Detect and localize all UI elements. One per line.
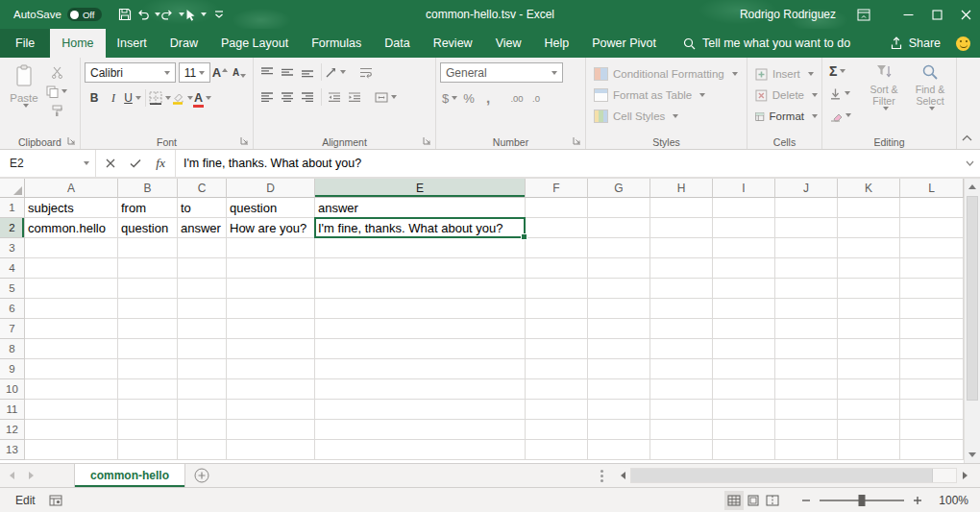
cell-A10[interactable]	[25, 379, 118, 400]
format-cells-button[interactable]: Format	[751, 106, 818, 127]
cell-D13[interactable]	[227, 440, 315, 460]
orientation-button[interactable]	[325, 62, 346, 82]
cell-I7[interactable]	[713, 319, 775, 339]
cell-H9[interactable]	[650, 359, 713, 379]
zoom-out-button[interactable]	[801, 496, 811, 505]
column-header-B[interactable]: B	[118, 179, 178, 198]
cell-F5[interactable]	[526, 279, 588, 299]
cell-K8[interactable]	[838, 339, 900, 359]
accounting-dropdown-icon[interactable]	[452, 96, 457, 100]
cell-H7[interactable]	[650, 319, 713, 339]
cell-A1[interactable]: subjects	[25, 198, 118, 218]
enter-entry-button[interactable]	[123, 150, 148, 177]
cell-K4[interactable]	[838, 258, 900, 279]
row-header-10[interactable]: 10	[0, 379, 25, 400]
format-painter-button[interactable]	[46, 103, 67, 118]
font-color-dropdown-icon[interactable]	[206, 96, 211, 100]
insert-function-button[interactable]: fx	[148, 150, 173, 177]
cell-F12[interactable]	[526, 420, 588, 440]
autosum-dropdown-icon[interactable]	[840, 69, 845, 73]
cell-G3[interactable]	[588, 238, 650, 258]
top-align-button[interactable]	[257, 62, 277, 82]
clear-dropdown-icon[interactable]	[845, 113, 851, 117]
vertical-scrollbar-thumb[interactable]	[967, 196, 978, 401]
conditional-formatting-dropdown-icon[interactable]	[732, 72, 738, 76]
cell-C5[interactable]	[178, 279, 227, 299]
cell-D7[interactable]	[227, 319, 315, 339]
cell-E9[interactable]	[315, 359, 526, 379]
cell-styles-button[interactable]: Cell Styles	[590, 106, 743, 127]
cell-B11[interactable]	[118, 400, 178, 420]
format-dropdown-icon[interactable]	[812, 114, 818, 118]
undo-button[interactable]	[136, 2, 160, 27]
cell-A8[interactable]	[25, 339, 118, 359]
increase-font-size-button[interactable]: A	[210, 63, 230, 83]
tab-page-layout[interactable]: Page Layout	[209, 29, 300, 58]
cell-A9[interactable]	[25, 359, 118, 379]
zoom-slider[interactable]	[820, 500, 904, 501]
cell-D11[interactable]	[227, 400, 315, 420]
cell-F4[interactable]	[526, 258, 588, 279]
cell-B1[interactable]: from	[118, 198, 178, 218]
cell-J4[interactable]	[775, 258, 838, 279]
cell-G13[interactable]	[588, 440, 650, 460]
find-select-dropdown-icon[interactable]	[929, 107, 935, 110]
cell-J13[interactable]	[775, 440, 838, 460]
cell-F10[interactable]	[526, 379, 588, 400]
touch-mouse-mode-button[interactable]	[184, 2, 208, 27]
cell-L2[interactable]	[900, 218, 964, 238]
cell-H8[interactable]	[650, 339, 713, 359]
cell-E10[interactable]	[315, 379, 526, 400]
sort-filter-button[interactable]: Sort & Filter	[862, 61, 906, 134]
cell-L8[interactable]	[900, 339, 964, 359]
cell-C4[interactable]	[178, 258, 227, 279]
cell-L4[interactable]	[900, 258, 964, 279]
align-center-button[interactable]	[278, 87, 297, 107]
select-all-button[interactable]	[0, 179, 25, 198]
maximize-button[interactable]	[922, 0, 951, 29]
cell-C7[interactable]	[178, 319, 227, 339]
column-header-C[interactable]: C	[178, 179, 227, 198]
cell-K5[interactable]	[838, 279, 900, 299]
row-header-1[interactable]: 1	[0, 198, 25, 218]
cell-B2[interactable]: question	[118, 218, 178, 238]
cell-C1[interactable]: to	[178, 198, 227, 218]
format-as-table-dropdown-icon[interactable]	[699, 93, 705, 97]
autosum-button[interactable]: Σ	[826, 61, 862, 81]
tab-insert[interactable]: Insert	[106, 29, 159, 58]
cell-E7[interactable]	[315, 319, 526, 339]
row-header-13[interactable]: 13	[0, 440, 25, 460]
cell-H2[interactable]	[650, 218, 713, 238]
cell-E1[interactable]: answer	[315, 198, 526, 218]
cell-G1[interactable]	[588, 198, 650, 218]
cell-L12[interactable]	[900, 420, 964, 440]
tab-draw[interactable]: Draw	[159, 29, 209, 58]
cell-C8[interactable]	[178, 339, 227, 359]
cell-A4[interactable]	[25, 258, 118, 279]
wrap-text-button[interactable]	[356, 62, 376, 82]
italic-button[interactable]: I	[104, 88, 123, 108]
cell-G12[interactable]	[588, 420, 650, 440]
customize-quick-access-button[interactable]	[208, 2, 231, 27]
cell-L3[interactable]	[900, 238, 964, 258]
cell-E6[interactable]	[315, 299, 526, 319]
cell-J12[interactable]	[775, 420, 838, 440]
row-header-2[interactable]: 2	[0, 218, 25, 238]
font-size-combobox[interactable]: 11	[179, 62, 210, 83]
save-button[interactable]	[113, 2, 136, 27]
feedback-smiley-icon[interactable]	[956, 37, 970, 51]
name-box-dropdown-icon[interactable]	[84, 161, 89, 165]
find-select-button[interactable]: Find & Select	[908, 61, 952, 134]
tab-power-pivot[interactable]: Power Pivot	[580, 29, 668, 58]
scroll-down-button[interactable]	[965, 447, 980, 463]
cell-F11[interactable]	[526, 400, 588, 420]
column-header-J[interactable]: J	[775, 179, 838, 198]
tab-file[interactable]: File	[0, 29, 50, 58]
cell-I13[interactable]	[713, 440, 775, 460]
font-size-dropdown-icon[interactable]	[199, 71, 205, 75]
cell-L7[interactable]	[900, 319, 964, 339]
cell-D5[interactable]	[227, 279, 315, 299]
cell-A3[interactable]	[25, 238, 118, 258]
number-format-combobox[interactable]: General	[440, 62, 563, 83]
row-header-8[interactable]: 8	[0, 339, 25, 359]
